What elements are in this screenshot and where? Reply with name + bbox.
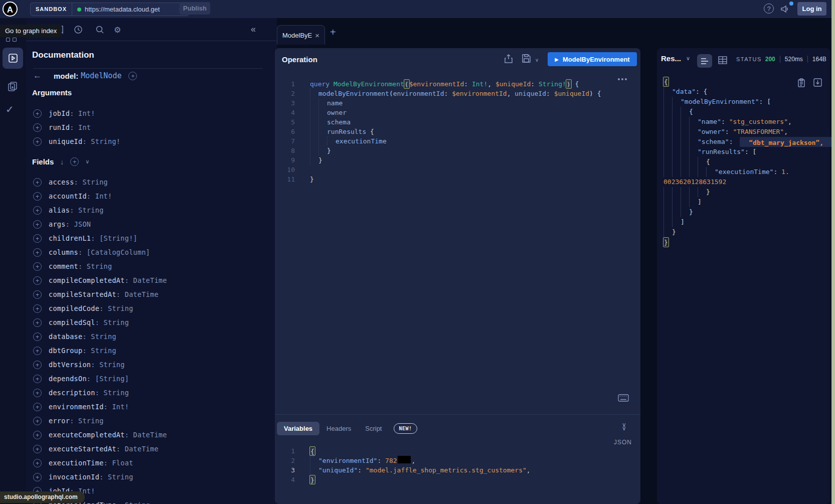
add-field-icon[interactable]: +: [33, 262, 42, 271]
add-field-icon[interactable]: +: [33, 361, 42, 369]
add-field-icon[interactable]: +: [33, 445, 42, 453]
add-all-fields-icon[interactable]: +: [70, 157, 79, 166]
field-row[interactable]: +dbtGroup: String: [33, 344, 269, 358]
add-field-icon[interactable]: +: [33, 417, 42, 425]
add-field-icon[interactable]: +: [33, 459, 42, 467]
field-type: : String: [95, 318, 129, 326]
add-field-icon[interactable]: +: [33, 347, 42, 355]
close-tab-icon[interactable]: ×: [315, 31, 319, 40]
field-row[interactable]: +dependsOn: [String]: [33, 372, 269, 386]
chevron-down-icon[interactable]: ∨: [85, 158, 89, 165]
graph-index-icon[interactable]: [6, 38, 17, 42]
apollo-logo[interactable]: A: [3, 2, 18, 17]
add-field-icon[interactable]: +: [33, 123, 42, 132]
response-title[interactable]: Res...: [661, 54, 681, 63]
response-dropdown-chevron-icon[interactable]: ∨: [686, 55, 690, 62]
explorer-icon[interactable]: [3, 48, 23, 69]
collapse-panel-icon[interactable]: ∨∨: [622, 423, 626, 430]
add-field-icon[interactable]: +: [33, 248, 42, 257]
field-row[interactable]: +comment: String: [33, 259, 269, 273]
field-row[interactable]: +executeStartedAt: DateTime: [33, 442, 269, 456]
response-json[interactable]: {"data": {"modelByEnvironment": [{"name"…: [657, 77, 835, 247]
field-row[interactable]: +compileStartedAt: DateTime: [33, 287, 269, 301]
keyboard-shortcuts-icon[interactable]: [618, 394, 629, 402]
add-field-icon[interactable]: +: [33, 375, 42, 383]
tab-modelbyenvironment[interactable]: ModelByEnvi... ×: [277, 25, 325, 45]
view-raw-toggle[interactable]: [697, 54, 712, 68]
operation-editor[interactable]: 1query ModelByEnvironment($environmentId…: [275, 79, 640, 184]
add-field-icon[interactable]: +: [33, 234, 42, 243]
add-field-icon[interactable]: +: [33, 431, 42, 439]
field-row[interactable]: +error: String: [33, 414, 269, 428]
code-token: uniqueId: [515, 89, 546, 98]
add-field-icon[interactable]: +: [33, 178, 42, 187]
field-row[interactable]: +alias: String: [33, 203, 269, 217]
tab-variables[interactable]: Variables: [277, 422, 319, 435]
add-field-icon[interactable]: +: [33, 304, 42, 313]
add-field-icon[interactable]: +: [33, 473, 42, 481]
add-field-icon[interactable]: +: [33, 389, 42, 397]
field-row[interactable]: +database: String: [33, 329, 269, 344]
fields-list: +access: String+accountId: Int!+alias: S…: [33, 175, 269, 504]
field-row[interactable]: +compiledSql: String: [33, 315, 269, 329]
add-model-icon[interactable]: +: [128, 72, 137, 80]
add-field-icon[interactable]: +: [33, 290, 42, 299]
model-type-link[interactable]: ModelNode: [81, 71, 121, 80]
indent-guide: [672, 207, 681, 217]
field-row[interactable]: +compileCompletedAt: DateTime: [33, 273, 269, 287]
add-field-icon[interactable]: +: [33, 318, 42, 327]
field-row[interactable]: +invocationId: String: [33, 470, 269, 484]
endpoint-url[interactable]: https://metadata.cloud.get: [85, 6, 177, 13]
field-row[interactable]: +description: String: [33, 386, 269, 400]
new-tab-icon[interactable]: +: [330, 27, 336, 38]
field-type: : [String!]: [91, 234, 137, 242]
field-row[interactable]: +args: JSON: [33, 217, 269, 231]
field-row[interactable]: +accountId: Int!: [33, 189, 269, 203]
save-icon[interactable]: [522, 54, 531, 63]
history-icon[interactable]: [74, 25, 83, 34]
add-field-icon[interactable]: +: [33, 403, 42, 411]
search-icon[interactable]: [95, 25, 104, 34]
run-operation-button[interactable]: ▶ ModelByEnvironment: [548, 52, 637, 66]
announcements-icon[interactable]: [780, 4, 790, 14]
indent-guide: [672, 187, 681, 197]
field-row[interactable]: +childrenL1: [String!]: [33, 231, 269, 245]
indent-guide: [681, 207, 689, 217]
field-row[interactable]: +jobId: Int!: [33, 106, 269, 120]
field-row[interactable]: +uniqueId: String!: [33, 134, 269, 148]
field-row[interactable]: +runId: Int: [33, 120, 269, 134]
add-field-icon[interactable]: +: [33, 137, 42, 146]
tab-headers[interactable]: Headers: [319, 422, 358, 435]
variables-editor[interactable]: 1{2"environmentId": 782,3"uniqueId": "mo…: [275, 446, 640, 484]
sort-fields-icon[interactable]: ↓: [60, 158, 64, 166]
add-field-icon[interactable]: +: [33, 332, 42, 341]
field-row[interactable]: +access: String: [33, 175, 269, 189]
field-row[interactable]: +dbtVersion: String: [33, 358, 269, 372]
help-icon[interactable]: ?: [764, 4, 774, 14]
field-row[interactable]: +executeCompletedAt: DateTime: [33, 428, 269, 442]
field-row[interactable]: +environmentId: Int!: [33, 400, 269, 414]
field-name: dbtGroup: [49, 347, 82, 355]
field-row[interactable]: +executionTime: Float: [33, 456, 269, 470]
share-icon[interactable]: [505, 54, 513, 63]
checklist-icon[interactable]: ✓: [6, 103, 14, 115]
field-row[interactable]: +columns: [CatalogColumn]: [33, 245, 269, 259]
login-button[interactable]: Log in: [797, 2, 826, 16]
save-options-chevron-icon[interactable]: ∨: [535, 57, 539, 63]
field-row[interactable]: +compiledCode: String: [33, 301, 269, 315]
add-field-icon[interactable]: +: [33, 276, 42, 285]
field-type: : String: [116, 501, 150, 504]
add-field-icon[interactable]: +: [33, 220, 42, 229]
schema-docs-icon[interactable]: [7, 80, 19, 92]
add-field-icon[interactable]: +: [33, 206, 42, 215]
collapse-sidebar-icon[interactable]: «: [251, 24, 256, 35]
view-table-toggle[interactable]: [718, 56, 727, 64]
publish-button[interactable]: Publish: [180, 2, 210, 15]
add-field-icon[interactable]: +: [33, 192, 42, 201]
add-field-icon[interactable]: +: [33, 109, 42, 118]
tab-script[interactable]: Script: [358, 422, 389, 435]
endpoint-url-box[interactable]: https://metadata.cloud.get ⚙: [72, 3, 189, 16]
back-icon[interactable]: ←: [33, 71, 42, 81]
settings-gear-icon[interactable]: ⚙: [114, 25, 121, 35]
line-number: 10: [275, 165, 295, 175]
